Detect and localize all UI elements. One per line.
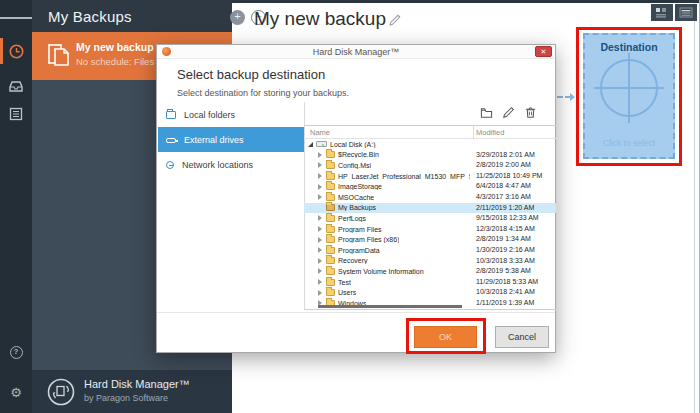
collapsed-arrow-icon[interactable] [318,226,326,232]
category-label: External drives [184,135,244,145]
folder-icon [326,226,335,233]
tree-row-imagestorage[interactable]: ImageStorage6/4/2018 4:47 AM [304,181,556,192]
rename-pencil-icon[interactable] [388,13,402,27]
tree-item-modified: 2/8/2019 5:38 AM [476,266,531,277]
settings-gear-icon[interactable]: ⚙ [0,378,32,406]
tree-item-modified: 4/3/2017 3:16 AM [476,192,531,203]
column-modified[interactable]: Modified [476,128,504,137]
menu-icon[interactable] [0,4,32,32]
collapsed-arrow-icon[interactable] [318,194,326,200]
folder-icon [326,173,335,180]
tree-row-users[interactable]: Users10/3/2018 2:41 AM [304,287,556,298]
category-external-drives[interactable]: External drives [158,127,304,152]
folder-icon [326,204,335,211]
tree-item-label: Recovery [338,257,368,264]
add-backup-button[interactable]: + [230,10,245,25]
tree-item-label: HP_LaserJet_Professional_M1530_MFP_Serie… [338,173,470,180]
ok-button[interactable]: OK [414,326,477,348]
view-toggle [651,4,697,21]
journal-list-icon[interactable] [0,100,32,128]
tree-row-recovery[interactable]: Recovery10/3/2018 3:33 AM [304,256,556,267]
destination-card-title: Destination [585,41,673,53]
app-icon [162,47,171,56]
tree-row-program-files[interactable]: Program Files12/3/2018 4:15 AM [304,224,556,235]
tree-row-msocache[interactable]: MSOCache4/3/2017 3:16 AM [304,192,556,203]
backups-clock-icon[interactable] [0,37,32,65]
tree-row-my-backups[interactable]: My Backups2/11/2019 1:20 AM [304,203,556,214]
tree-item-label: ProgramData [338,247,380,254]
tree-item-modified: 10/3/2018 3:33 AM [476,256,535,267]
tree-item-modified: 3/29/2018 2:01 AM [476,150,535,161]
tree-body: Local Disk (A:)$Recycle.Bin3/29/2018 2:0… [304,139,556,309]
new-folder-icon[interactable] [480,106,493,119]
window-right-edge [694,3,695,413]
folder-icon [326,289,335,296]
collapsed-arrow-icon[interactable] [318,247,326,253]
folder-icon [326,257,335,264]
tree-item-modified: 1/30/2019 2:16 AM [476,245,535,256]
collapsed-arrow-icon[interactable] [318,173,326,179]
tree-item-label: Config.Msi [338,162,371,169]
collapsed-arrow-icon[interactable] [318,162,326,168]
tree-row-recycle-bin[interactable]: $Recycle.Bin3/29/2018 2:01 AM [304,150,556,161]
tree-item-modified: 10/3/2018 2:41 AM [476,287,535,298]
backup-files-icon [46,42,70,70]
collapsed-arrow-icon[interactable] [318,215,326,221]
tree-row-system-volume-information[interactable]: System Volume Information2/8/2019 5:38 A… [304,266,556,277]
tree-row-test[interactable]: Test11/29/2018 5:33 AM [304,277,556,288]
category-network-locations[interactable]: Network locations [158,152,304,177]
app-window: ? ⚙ My Backups + − My new backup No sche… [0,0,700,413]
collapsed-arrow-icon[interactable] [318,279,326,285]
tree-item-label: MSOCache [338,194,374,201]
collapsed-arrow-icon[interactable] [318,152,326,158]
tree-row-config-msi[interactable]: Config.Msi2/8/2019 2:00 AM [304,160,556,171]
tree-toolbar [157,106,549,122]
folder-icon [326,151,335,158]
tree-item-modified: 11/29/2018 5:33 AM [476,277,538,288]
tree-row-program-files-x86[interactable]: Program Files (x86)2/8/2019 1:34 AM [304,234,556,245]
sidebar-footer: Hard Disk Manager™ by Paragon Software [32,370,232,413]
cancel-button[interactable]: Cancel [495,326,549,348]
close-icon[interactable]: ✕ [535,46,552,57]
flow-arrow-head [570,93,575,101]
product-name: Hard Disk Manager™ [84,378,190,390]
expanded-arrow-icon[interactable] [308,142,316,147]
tree-item-label: Program Files [338,226,382,233]
tree-row-hp-laserjet-professional-m1530-mfp-series[interactable]: HP_LaserJet_Professional_M1530_MFP_Serie… [304,171,556,182]
dialog-subheading: Select destination for storing your back… [177,88,349,98]
list-view-icon [679,7,693,18]
folder-icon [326,183,335,190]
collapsed-arrow-icon[interactable] [318,290,326,296]
tree-item-label: Test [338,279,351,286]
help-icon[interactable]: ? [0,338,32,366]
collapsed-arrow-icon[interactable] [318,237,326,243]
tree-item-label: System Volume Information [338,268,424,275]
collapsed-arrow-icon[interactable] [318,184,326,190]
folder-icon [326,268,335,275]
tile-view-button[interactable] [651,4,673,21]
tree-row-local-disk-a[interactable]: Local Disk (A:) [304,139,556,150]
collapsed-arrow-icon[interactable] [318,258,326,264]
tree-row-perflogs[interactable]: PerfLogs9/15/2018 12:33 AM [304,213,556,224]
drive-tray-icon[interactable] [0,72,32,100]
tree-item-label: ImageStorage [338,183,382,190]
tree-item-modified: 11/25/2018 10:49 PM [476,171,542,182]
tree-row-programdata[interactable]: ProgramData1/30/2019 2:16 AM [304,245,556,256]
tree-header: Name Modified [304,126,556,139]
backup-item-name: My new backup [76,41,154,53]
column-name[interactable]: Name [310,128,330,137]
list-view-button[interactable] [675,4,697,21]
network-icon [166,161,174,169]
horizontal-scrollbar-thumb[interactable] [318,305,462,308]
dialog-titlebar[interactable]: Hard Disk Manager™ ✕ [157,45,555,59]
tree-item-label: My Backups [338,204,376,211]
column-separator[interactable] [473,126,474,139]
rename-icon[interactable] [502,106,515,119]
tree-item-modified: 2/11/2019 1:20 AM [476,203,534,214]
folder-icon [326,279,335,286]
destination-card[interactable]: Destination Click to select [583,33,675,159]
tree-item-label: Local Disk (A:) [330,141,376,148]
product-byline: by Paragon Software [84,393,168,403]
collapsed-arrow-icon[interactable] [318,268,326,274]
delete-icon[interactable] [524,106,537,119]
